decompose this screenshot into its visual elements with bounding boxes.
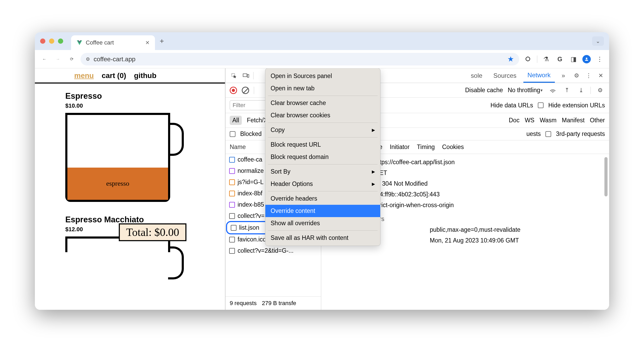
forward-button[interactable]: → [53,54,63,64]
submenu-arrow-icon: ▶ [372,169,375,174]
request-name: normalize [238,167,264,174]
context-menu-item[interactable]: Save all as HAR with content [265,232,380,244]
context-menu: Open in Sources panelOpen in new tabClea… [265,68,380,246]
context-menu-item[interactable]: Clear browser cache [265,97,380,109]
file-type-icon [229,213,235,219]
request-name: index-8bf [238,190,262,197]
record-button[interactable] [230,87,237,94]
tabs-overflow[interactable]: » [557,68,569,83]
nav-cart[interactable]: cart (0) [102,71,126,80]
request-row[interactable]: collect?v=2&tid=G-... [226,245,321,256]
hide-extension-checkbox[interactable] [538,102,544,108]
clear-button[interactable] [242,87,249,94]
upload-har-icon[interactable]: ⤒ [562,86,572,95]
context-menu-item[interactable]: Header Options▶ [265,178,380,190]
devtools-menu-icon[interactable]: ⋮ [584,71,593,80]
site-settings-icon[interactable]: ⚙ [86,56,90,62]
file-type-icon [229,202,235,208]
context-menu-item[interactable]: Open in new tab [265,82,380,95]
nav-github[interactable]: github [134,71,157,80]
detail-tab-timing[interactable]: Timing [417,144,435,151]
tab-title: Coffee cart [86,39,142,46]
bookmark-star-icon[interactable]: ★ [507,55,514,63]
context-menu-item[interactable]: Block request URL [265,139,380,151]
vue-favicon-icon [76,40,83,46]
profile-avatar[interactable] [582,55,591,63]
total-badge[interactable]: Total: $0.00 [119,223,186,241]
chevron-down-icon[interactable]: ⌄ [592,36,604,46]
filter-ws[interactable]: WS [525,117,534,124]
filter-input[interactable] [230,100,266,110]
reload-button[interactable]: ⟳ [67,54,76,64]
context-menu-item[interactable]: Clear browser cookies [265,109,380,122]
cup-fill-label: espresso [67,168,168,200]
side-panel-icon[interactable]: ◨ [569,54,578,64]
svg-rect-2 [243,74,247,76]
filter-doc[interactable]: Doc [509,117,519,124]
throttling-select[interactable]: No throttling ▼ [508,87,543,94]
request-name: collect?v= [238,212,265,219]
download-har-icon[interactable]: ⤓ [576,86,586,95]
request-name: list.json [239,224,259,231]
request-count: 9 requests [230,300,257,307]
google-icon[interactable]: G [555,54,565,64]
window-titlebar: Coffee cart ✕ + ⌄ [35,32,609,50]
context-menu-item[interactable]: Copy▶ [265,124,380,136]
network-conditions-icon[interactable] [548,86,557,95]
nav-menu[interactable]: menu [74,71,94,80]
devtools-close-icon[interactable]: ✕ [596,71,605,80]
header-value: public,max-age=0,must-revalidate [430,226,520,233]
filter-all[interactable]: All [230,116,242,125]
tab-sources[interactable]: Sources [489,68,521,83]
request-name: collect?v=2&tid=G-... [238,247,294,254]
file-type-icon [229,248,235,254]
window-maximize-button[interactable] [58,38,63,44]
device-toolbar-icon[interactable] [241,71,251,80]
tab-network[interactable]: Network [523,68,555,83]
context-menu-item[interactable]: Open in Sources panel [265,70,380,82]
window-minimize-button[interactable] [49,38,54,44]
context-menu-item[interactable]: Override headers [265,192,380,205]
tab-console[interactable]: sole [467,68,487,83]
hide-extension-label[interactable]: Hide extension URLs [548,102,605,109]
filter-manifest[interactable]: Manifest [562,117,585,124]
file-type-icon [231,225,237,231]
context-menu-item[interactable]: Show all overrides [265,217,380,229]
window-close-button[interactable] [40,38,45,44]
network-settings-icon[interactable]: ⚙ [595,86,605,95]
referrer-policy: strict-origin-when-cross-origin [375,202,454,209]
url-text: coffee-cart.app [94,56,504,63]
third-party-label[interactable]: 3rd-party requests [556,130,605,137]
request-url: https://coffee-cart.app/list.json [375,159,455,166]
address-bar[interactable]: ⚙ coffee-cart.app ★ [80,53,519,65]
product-name: Espresso [65,91,225,101]
svg-rect-3 [248,74,249,77]
filter-wasm[interactable]: Wasm [540,117,556,124]
svg-point-0 [586,58,587,59]
third-party-checkbox[interactable] [545,131,551,137]
labs-icon[interactable]: ⚗ [541,54,551,64]
scrollbar[interactable] [604,157,608,196]
tab-close-button[interactable]: ✕ [145,40,150,46]
blocked-checkbox[interactable] [230,131,235,137]
browser-tab[interactable]: Coffee cart ✕ [71,35,155,50]
detail-tab-initiator[interactable]: Initiator [390,144,409,151]
detail-tab-cookies[interactable]: Cookies [442,144,464,151]
extensions-icon[interactable] [523,54,533,64]
context-menu-item[interactable]: Sort By▶ [265,166,380,178]
filter-other[interactable]: Other [590,117,605,124]
coffee-cup-icon[interactable]: espresso [65,113,170,202]
context-menu-item[interactable]: Override content [265,205,380,217]
blocked-label[interactable]: Blocked [240,130,262,137]
new-tab-button[interactable]: + [160,37,164,45]
context-menu-item[interactable]: Block request domain [265,151,380,163]
page-content: menu cart (0) github Espresso $10.00 esp… [35,68,226,310]
filter-fetch[interactable]: Fetch/X [247,117,268,124]
disable-cache-label[interactable]: Disable cache [465,87,503,94]
hide-data-urls-label[interactable]: Hide data URLs [491,102,533,109]
settings-gear-icon[interactable]: ⚙ [572,71,581,80]
requests-label[interactable]: uests [526,130,541,137]
back-button[interactable]: ← [40,54,49,64]
inspect-element-icon[interactable] [229,71,239,80]
menu-icon[interactable]: ⋮ [595,54,604,64]
